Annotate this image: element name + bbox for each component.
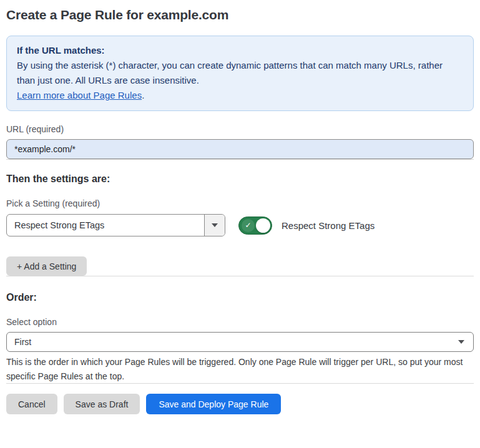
toggle-knob	[256, 218, 270, 233]
url-match-info-box: If the URL matches: By using the asteris…	[6, 36, 474, 111]
check-icon: ✓	[242, 219, 255, 232]
link-period: .	[142, 90, 144, 100]
url-field-label: URL (required)	[6, 124, 474, 135]
section-divider	[6, 159, 474, 160]
order-select[interactable]: First	[6, 332, 474, 352]
order-select-value: First	[14, 337, 458, 347]
url-input[interactable]	[6, 139, 474, 159]
order-heading: Order:	[6, 291, 474, 303]
setting-select-value: Respect Strong ETags	[7, 220, 204, 230]
save-and-deploy-button[interactable]: Save and Deploy Page Rule	[146, 394, 281, 414]
cancel-button[interactable]: Cancel	[6, 394, 57, 414]
pick-setting-label: Pick a Setting (required)	[6, 198, 474, 209]
setting-row: Respect Strong ETags ✓ Respect Strong ET…	[6, 214, 474, 236]
info-box-heading: If the URL matches:	[17, 43, 463, 58]
chevron-down-icon	[212, 223, 218, 227]
chevron-down-icon	[458, 340, 464, 344]
setting-toggle-group: ✓ Respect Strong ETags	[238, 217, 375, 235]
settings-heading: Then the settings are:	[6, 173, 474, 185]
learn-more-page-rules-link[interactable]: Learn more about Page Rules	[17, 90, 142, 100]
info-box-link-line: Learn more about Page Rules.	[17, 88, 463, 103]
toggle-label: Respect Strong ETags	[282, 220, 375, 231]
save-as-draft-button[interactable]: Save as Draft	[64, 394, 140, 414]
info-box-body: By using the asterisk (*) character, you…	[17, 58, 463, 88]
add-setting-button[interactable]: + Add a Setting	[6, 256, 87, 276]
order-help-text: This is the order in which your Page Rul…	[6, 355, 471, 383]
setting-select[interactable]: Respect Strong ETags	[6, 214, 225, 236]
action-buttons-row: Cancel Save as Draft Save and Deploy Pag…	[6, 394, 474, 414]
order-select-label: Select option	[6, 317, 474, 328]
create-page-rule-panel: Create a Page Rule for example.com If th…	[0, 0, 480, 424]
setting-select-arrow-button[interactable]	[204, 215, 225, 236]
section-divider	[6, 276, 474, 276]
page-title: Create a Page Rule for example.com	[6, 6, 474, 24]
setting-toggle[interactable]: ✓	[238, 217, 272, 235]
actions-divider	[6, 383, 474, 384]
